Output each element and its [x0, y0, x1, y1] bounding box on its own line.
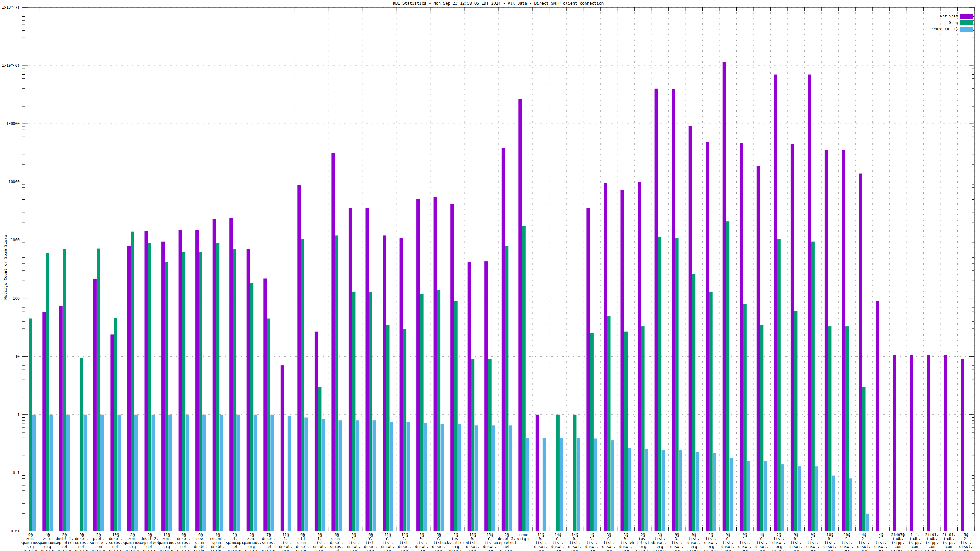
x-tick-label: origin — [653, 549, 667, 551]
bar-score — [390, 422, 393, 531]
bar-group — [519, 98, 529, 531]
y-tick-label: 100 — [13, 296, 20, 301]
bar-spam — [505, 246, 508, 531]
x-tick-label: dnswl. — [568, 545, 581, 549]
bar-group — [298, 184, 308, 531]
x-tick-label: 2@ — [505, 533, 509, 537]
bar-not-spam — [178, 230, 182, 531]
bar-not-spam — [315, 332, 318, 531]
bar-spam — [607, 316, 611, 531]
bar-not-spam — [110, 334, 114, 531]
bar-score — [151, 415, 155, 531]
x-tick-label: dnswl. — [415, 545, 428, 549]
bar-not-spam — [655, 89, 658, 531]
x-tick-label: list. — [603, 541, 614, 545]
x-tick-label: none — [519, 533, 528, 537]
bar-group — [331, 153, 342, 531]
x-tick-label: org — [129, 545, 136, 549]
bar-group — [468, 262, 478, 531]
x-tick-label: zen. — [162, 537, 171, 541]
bar-not-spam — [808, 75, 811, 531]
bar-group — [808, 75, 818, 531]
x-tick-label: origin — [500, 549, 513, 551]
x-tick-label: 14@ — [555, 533, 562, 537]
x-tick-label: backscatterer. — [441, 541, 471, 545]
x-tick-label: 14@ — [571, 533, 578, 537]
bar-group — [655, 89, 665, 531]
bar-spam — [403, 329, 406, 531]
bar-spam — [335, 235, 339, 531]
bar-layer — [29, 62, 964, 531]
bar-not-spam — [706, 142, 709, 531]
legend-entry: Score (0..1) — [931, 27, 973, 32]
x-tick-label: org — [741, 549, 748, 551]
bar-not-spam — [638, 183, 641, 531]
x-tick-label: spam. — [195, 541, 206, 545]
bar-spam — [573, 415, 576, 531]
x-tick-label: org — [486, 549, 493, 551]
bar-not-spam — [723, 62, 726, 531]
x-tick-label: iadb. — [892, 537, 904, 541]
x-tick-label: new. — [196, 537, 205, 541]
x-tick-label: org — [759, 549, 765, 551]
x-tick-label: 0. — [539, 537, 543, 541]
bar-spam — [182, 252, 185, 531]
x-tick-label: recent. — [210, 537, 225, 541]
x-tick-label: 2. — [811, 537, 815, 541]
bar-group — [145, 231, 155, 531]
x-tick-label: dnswl. — [670, 545, 683, 549]
x-tick-label: origin — [687, 549, 700, 551]
y-tick-label: 0.1 — [13, 471, 20, 475]
x-tick-label: org — [282, 549, 289, 551]
x-tick-label: dnswl. — [874, 545, 888, 549]
x-tick-label: 3@ — [130, 533, 135, 537]
x-tick-label: origin — [449, 549, 462, 551]
x-tick-label: org — [605, 549, 612, 551]
bar-not-spam — [757, 166, 760, 531]
bar-not-spam — [791, 144, 794, 531]
bar-not-spam — [145, 231, 148, 531]
x-tick-label: dnsbl. — [296, 545, 309, 549]
x-tick-label: spamhaus. — [242, 541, 261, 545]
bar-not-spam — [450, 204, 454, 531]
x-tick-label: 6@ — [215, 533, 220, 537]
x-tick-label: 1. — [879, 537, 883, 541]
bar-not-spam — [213, 219, 216, 531]
x-tick-label: 5@ — [318, 533, 322, 537]
x-tick-label: org — [844, 549, 850, 551]
bar-not-spam — [331, 153, 335, 531]
x-tick-label: origin — [24, 549, 37, 551]
x-tick-label: sorbs. — [177, 541, 190, 545]
x-tick-label: dnswl. — [466, 545, 479, 549]
x-tick-label: origin — [143, 549, 156, 551]
x-tick-label: net — [231, 545, 238, 549]
bar-group — [893, 356, 896, 531]
y-tick-label: 1x10^{6} — [2, 64, 20, 68]
bar-score — [458, 424, 461, 531]
x-tick-label: net — [61, 545, 68, 549]
x-tick-label: 4@ — [862, 533, 866, 537]
x-tick-label: org — [27, 545, 34, 549]
bar-spam — [216, 243, 219, 531]
grid-layer — [22, 7, 975, 531]
x-tick-label: org — [810, 549, 816, 551]
x-tick-label: zen. — [247, 537, 256, 541]
bar-score — [134, 415, 138, 531]
x-tick-label: Y. — [760, 537, 764, 541]
x-tick-label: list. — [552, 541, 563, 545]
bar-not-spam — [42, 312, 46, 531]
legend-label: Spam — [949, 21, 958, 25]
bar-not-spam — [519, 98, 522, 531]
x-tick-label: origin — [636, 549, 649, 551]
y-tick-label: 1000 — [11, 238, 20, 242]
x-tick-label: org — [657, 545, 663, 549]
y-tick-label: 0.01 — [11, 529, 20, 533]
bar-score — [560, 438, 563, 531]
x-tick-label: sorbs. — [330, 545, 343, 549]
x-tick-label: 5@ — [436, 533, 441, 537]
x-tick-label: org — [878, 549, 885, 551]
x-tick-label: origin — [262, 549, 275, 551]
bar-group — [417, 199, 427, 531]
x-tick-label: 2. — [402, 537, 407, 541]
x-tick-label: org — [384, 549, 391, 551]
